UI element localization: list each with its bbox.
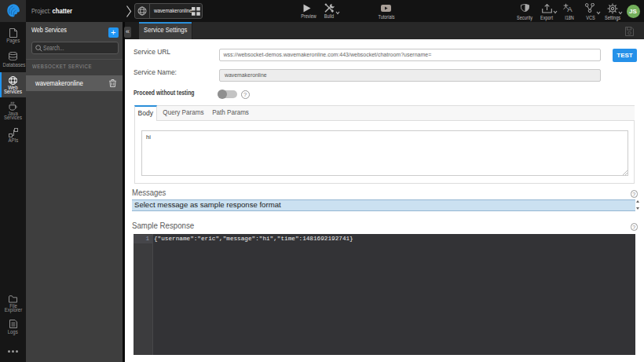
svg-text:A: A (567, 5, 573, 13)
